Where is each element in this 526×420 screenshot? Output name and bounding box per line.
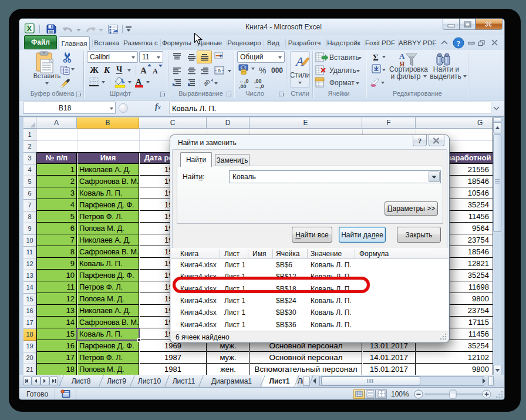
svg-text:Ж: Ж [90,65,99,75]
svg-text:Удалить: Удалить [329,66,356,75]
svg-text:Формат: Формат [329,79,355,87]
svg-text:выделить: выделить [430,72,461,80]
svg-text:и фильтр: и фильтр [390,72,420,80]
svg-text:К: К [103,65,110,75]
svg-text:X: X [27,25,32,33]
svg-text:?: ? [418,137,422,145]
svg-text:А: А [136,78,142,86]
svg-text:А: А [153,67,158,75]
svg-text:Σ: Σ [373,53,379,62]
svg-text:%: % [259,66,266,75]
svg-text:A: A [295,54,304,69]
svg-text:,00: ,00 [239,83,247,89]
svg-text:?: ? [457,39,461,48]
svg-text:А: А [140,66,147,75]
svg-text:000: 000 [271,66,283,75]
svg-text:ab: ab [202,78,211,88]
svg-text:Ч: Ч [116,65,123,74]
svg-text:a: a [218,68,221,73]
svg-text:→,0: →,0 [254,83,264,89]
svg-text:Вставить: Вставить [329,53,359,62]
svg-text:Стили: Стили [291,71,309,79]
